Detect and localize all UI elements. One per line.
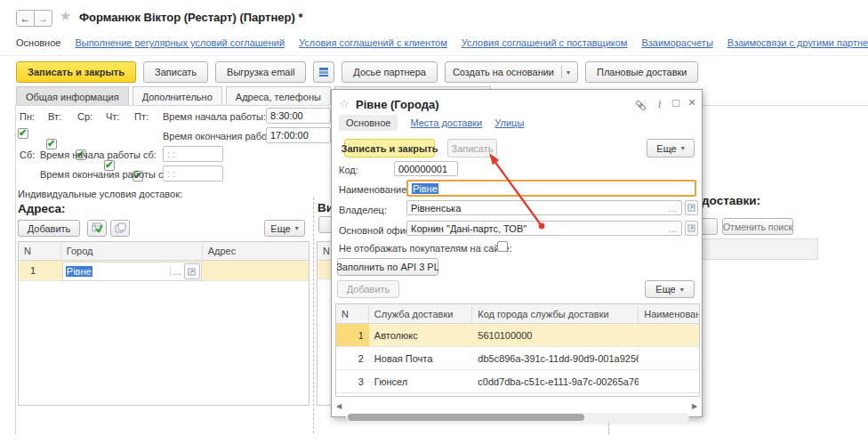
col-code[interactable]: Код города службы доставки [472,306,639,322]
owner-label: Владелец: [339,205,387,215]
chevron-down-icon[interactable]: ▾ [567,69,570,77]
name-input[interactable]: Рівне [406,180,696,197]
right-table-header-fragment [702,238,818,260]
service-name: Новая Почта [369,349,472,368]
chevron-down-icon: ▾ [295,224,299,232]
dialog-list-more-button[interactable]: Еще▾ [645,280,695,298]
service-city-name [639,331,699,340]
dialog-save-close-button[interactable]: Записать и закрыть [344,139,435,157]
office-ellipsis-button[interactable]: … [668,223,678,234]
save-label: Записать [155,67,197,77]
hide-on-site-checkbox[interactable] [497,241,508,252]
nav-link-partner-relations[interactable]: Взаимосвязи с другими партнерами [727,37,868,48]
open-office-button[interactable] [685,221,698,236]
planned-deliveries-label: Плановые доставки [597,67,687,77]
dialog-nav-streets[interactable]: Улицы [494,117,524,128]
dialog-add-label: Добавить [347,284,390,295]
sat-end-input[interactable]: : : [163,165,223,182]
nav-link-settlements[interactable]: Взаиморасчеты [641,37,712,48]
nav-link-client-terms[interactable]: Условия соглашений с клиентом [299,37,447,48]
scroll-right-icon[interactable]: ▶ [692,402,697,410]
create-based-on-button[interactable]: Создать на основании ▾ [445,61,578,83]
day-label-thu: Чт: [106,111,119,122]
tab-addresses-phones[interactable]: Адреса, телефоны [226,86,331,106]
col-n[interactable]: N [336,306,369,322]
owner-ellipsis-button[interactable]: … [668,203,678,214]
horizontal-scrollbar[interactable] [346,413,689,422]
sat-label: Сб: [20,149,35,160]
dialog-save-button[interactable]: Записать [447,139,497,157]
choose-ellipsis-button[interactable]: ... [170,266,184,277]
nav-link-regular-terms[interactable]: Выполнение регулярных условий соглашений [75,37,285,48]
service-name: Гюнсел [369,372,472,392]
service-row-3[interactable]: 3 Гюнсел c0dd7dba-c51c-e111-9a7c-00265a7… [336,370,699,393]
cancel-search-label: Отменить поиск [723,222,792,232]
checkbox-mon[interactable] [18,128,28,139]
sat-start-input[interactable]: : : [163,146,223,162]
col-name[interactable]: Наименование [639,306,699,322]
owner-value: Рівненська [411,203,461,214]
address-city-cell[interactable]: Рівне ... [61,261,203,280]
dialog-list-more-label: Еще [655,284,675,295]
add-label: Добавить [28,223,71,234]
city-cell-editor[interactable]: Рівне ... [62,262,202,281]
nav-link-supplier-terms[interactable]: Условия соглашений с поставщиком [462,37,628,48]
section-nav: Основное Выполнение регулярных условий с… [16,37,868,48]
email-export-button[interactable]: Выгрузка email [215,61,306,83]
dialog-nav: Основное Места доставки Улицы [339,115,524,131]
work-end-input[interactable]: 17:00:00 [266,127,331,143]
favorite-star-icon[interactable]: ★ [60,8,71,24]
checkbox-tue[interactable] [46,139,57,149]
col-n[interactable]: N [19,243,61,259]
open-city-button[interactable] [184,263,200,279]
address-more-button[interactable]: Еще▾ [264,220,305,237]
scrollbar-thumb[interactable] [348,414,584,421]
sat-start-label: Время начала работы сб: [40,149,157,160]
copy-link-icon[interactable] [635,100,647,111]
tab-label: Дополнительно [142,92,213,102]
owner-input[interactable]: Рівненська … [406,200,682,215]
nav-item-main[interactable]: Основное [16,37,60,48]
addresses-table: N Город Адрес 1 Рівне ... [18,241,309,406]
service-code: 5610100000 [472,326,639,345]
dialog-star-icon[interactable]: ☆ [339,97,350,110]
dialog-nav-main[interactable]: Основное [339,115,398,131]
address-edit-icon-button[interactable] [87,220,107,237]
scroll-left-icon[interactable]: ◀ [336,402,342,410]
address-copy-icon-button[interactable] [110,220,130,237]
col-address[interactable]: Адрес [203,243,309,259]
close-icon[interactable]: × [688,97,695,108]
office-input[interactable]: Корнин "Дані-партс, ТОВ" … [406,221,682,236]
save-close-button[interactable]: Записать и закрыть [16,61,136,83]
col-service[interactable]: Служба доставки [369,306,472,322]
address-value-cell[interactable] [203,261,309,280]
service-row-1[interactable]: 1 Автолюкс 5610100000 [336,324,699,347]
address-add-button[interactable]: Добавить [18,220,80,237]
info-icon[interactable]: i [658,99,661,109]
tab-additional[interactable]: Дополнительно [133,86,222,106]
planned-deliveries-button[interactable]: Плановые доставки [585,61,698,83]
save-button[interactable]: Записать [143,61,208,83]
back-button[interactable]: ← [16,10,35,27]
forward-button[interactable]: → [34,10,52,27]
dialog-more-button[interactable]: Еще▾ [647,139,695,157]
dialog-nav-delivery-places[interactable]: Места доставки [410,117,482,128]
tab-label: Адреса, телефоны [236,92,321,102]
dialog-add-button[interactable]: Добавить [337,280,399,298]
fill-api-button[interactable]: Заполнить по API 3 PL [337,258,438,276]
col-city[interactable]: Город [61,243,203,259]
open-owner-button[interactable] [685,200,698,215]
code-input[interactable]: 000000001 [394,161,458,176]
delivery-services-table: N Служба доставки Код города службы дост… [335,303,700,397]
report-icon-button[interactable] [313,61,334,83]
address-row[interactable]: 1 Рівне ... [19,261,309,281]
cancel-search-button[interactable]: Отменить поиск [722,218,793,235]
maximize-icon[interactable]: □ [672,98,679,109]
name-value-selected: Рівне [412,183,438,194]
service-row-2[interactable]: 2 Новая Почта db5c896a-391c-11dd-90d9-00… [336,347,699,370]
work-start-input[interactable]: 8:30:00 [266,108,331,124]
tab-general-info[interactable]: Общая информация [16,86,129,106]
day-label-tue: Вт: [48,111,61,122]
section-divider [313,198,314,433]
partner-dossier-button[interactable]: Досье партнера [342,61,438,83]
